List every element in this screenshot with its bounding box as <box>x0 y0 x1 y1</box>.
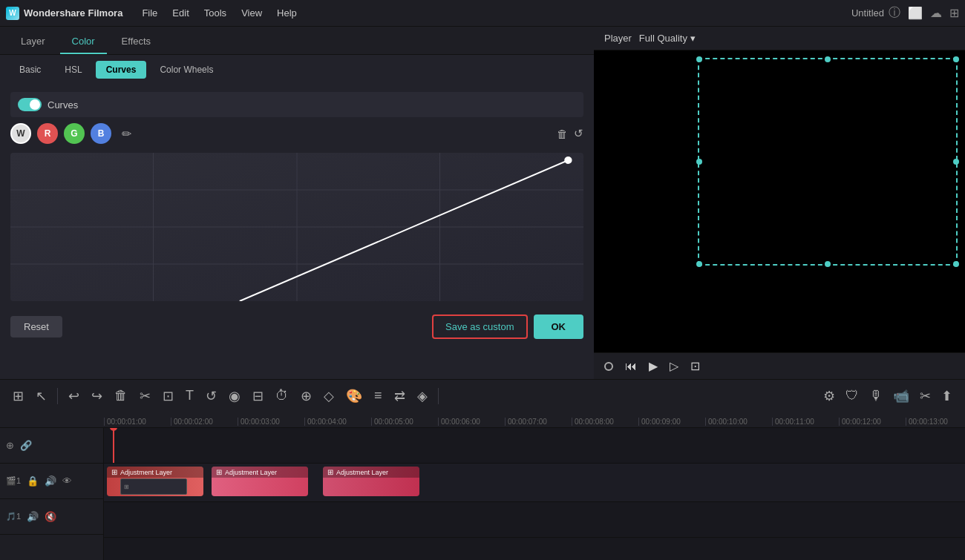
delete-curve-btn[interactable]: 🗑 <box>557 127 568 140</box>
right-panel: Player Full Quality ▾ ⏮ ▶ ▷ <box>594 27 965 379</box>
cloud-icon[interactable]: ☁ <box>930 6 942 20</box>
curves-graph[interactable] <box>10 153 583 301</box>
handle-br[interactable] <box>953 261 959 267</box>
tab-effects[interactable]: Effects <box>110 30 163 54</box>
player-label: Player <box>604 33 632 44</box>
curves-toggle[interactable] <box>18 98 42 111</box>
channel-green-btn[interactable]: G <box>64 123 85 144</box>
menu-edit[interactable]: Edit <box>165 0 196 27</box>
playhead[interactable] <box>113 428 114 463</box>
track-eye-icon[interactable]: 👁 <box>62 475 72 487</box>
shield-btn[interactable]: 🛡 <box>842 385 863 406</box>
tab-layer[interactable]: Layer <box>9 30 57 54</box>
handle-mr[interactable] <box>953 159 959 165</box>
handle-tl[interactable] <box>696 56 702 62</box>
color-btn[interactable]: 🎨 <box>342 385 366 407</box>
add-track-icon[interactable]: ⊕ <box>6 440 14 451</box>
link-icon[interactable]: 🔗 <box>20 440 32 451</box>
export-btn[interactable]: ⬆ <box>938 385 956 407</box>
crop-btn[interactable]: ⊡ <box>159 385 177 407</box>
track-volume-icon[interactable]: 🔊 <box>45 475 56 487</box>
channel-buttons: W R G B ✏ 🗑 ↺ <box>10 123 583 144</box>
ruler-mark-8: 00:00:09:00 <box>638 418 705 426</box>
menu-help[interactable]: Help <box>269 0 304 27</box>
ruler-mark-11: 00:00:12:00 <box>839 418 906 426</box>
menu-bar-right: Untitled ⓘ ⬜ ☁ ⊞ <box>851 5 959 21</box>
menu-file[interactable]: File <box>134 0 165 27</box>
ruler-mark-12: 00:00:13:00 <box>906 418 965 426</box>
timer-btn[interactable]: ⏱ <box>272 385 292 406</box>
reset-curve-btn[interactable]: ↺ <box>574 127 583 140</box>
handle-bl[interactable] <box>696 261 702 267</box>
fullscreen-btn[interactable]: ⊡ <box>690 359 700 373</box>
delete-btn[interactable]: 🗑 <box>111 385 131 406</box>
cut2-btn[interactable]: ✂ <box>916 385 935 407</box>
play-btn[interactable]: ▶ <box>649 359 658 373</box>
rotate-btn[interactable]: ↺ <box>202 385 220 407</box>
ruler-mark-9: 00:00:10:00 <box>705 418 772 426</box>
select-btn[interactable]: ↖ <box>32 385 50 407</box>
track-row-audio <box>104 502 965 538</box>
track-lock-icon[interactable]: 🔒 <box>27 475 39 487</box>
handle-tm[interactable] <box>825 56 831 62</box>
menu-view[interactable]: View <box>234 0 269 27</box>
step-back-btn[interactable]: ⏮ <box>625 360 637 373</box>
channel-white-btn[interactable]: W <box>10 123 31 144</box>
svg-point-7 <box>564 157 572 164</box>
play-alt-btn[interactable]: ▷ <box>670 359 678 373</box>
clip-3[interactable]: ⊞ Adjustment Layer <box>323 467 419 496</box>
channel-actions: 🗑 ↺ <box>557 127 583 140</box>
channel-red-btn[interactable]: R <box>37 123 58 144</box>
mic-btn[interactable]: 🎙 <box>866 385 886 406</box>
trim-btn[interactable]: ⊟ <box>249 385 267 407</box>
monitor-icon[interactable]: ⬜ <box>908 6 923 20</box>
ruler-mark-1: 00:00:02:00 <box>171 418 238 426</box>
text-btn[interactable]: T <box>182 385 197 406</box>
menu-tools[interactable]: Tools <box>197 0 234 27</box>
cam-btn[interactable]: 📹 <box>889 385 913 407</box>
handle-ml[interactable] <box>696 159 702 165</box>
scene-btn[interactable]: ⊞ <box>9 385 27 407</box>
clip-2[interactable]: ⊞ Adjustment Layer <box>212 467 308 496</box>
subtab-hsl[interactable]: HSL <box>54 61 92 79</box>
motion-btn[interactable]: ⇄ <box>390 385 409 407</box>
save-custom-button[interactable]: Save as custom <box>432 314 528 339</box>
undo-btn[interactable]: ↩ <box>65 385 83 407</box>
quality-select[interactable]: Full Quality ▾ <box>639 33 696 44</box>
reset-button[interactable]: Reset <box>10 316 62 337</box>
selection-rect[interactable] <box>698 58 958 266</box>
ruler-mark-5: 00:00:06:00 <box>438 418 505 426</box>
track-a1-label: 🎵1 <box>6 512 21 521</box>
mask-btn[interactable]: ◇ <box>320 385 338 407</box>
settings-btn[interactable]: ⚙ <box>820 385 839 407</box>
title-area: Untitled ⓘ <box>851 5 900 21</box>
subtab-curves[interactable]: Curves <box>96 61 147 79</box>
ruler-mark-7: 00:00:08:00 <box>572 418 638 426</box>
audio-btn[interactable]: ≡ <box>370 385 386 406</box>
effect-btn[interactable]: ◉ <box>225 385 244 407</box>
svg-line-6 <box>240 160 569 301</box>
curves-label: Curves <box>48 99 78 111</box>
clip-1[interactable]: ⊞ Adjustment Layer ⊞ <box>107 467 203 496</box>
curves-section-header: Curves <box>10 92 583 117</box>
toolbar-right: ⚙ 🛡 🎙 📹 ✂ ⬆ <box>820 385 956 407</box>
info-icon[interactable]: ⓘ <box>889 5 900 21</box>
quality-label: Full Quality <box>639 33 687 44</box>
subtab-basic[interactable]: Basic <box>9 61 51 79</box>
subtab-color-wheels[interactable]: Color Wheels <box>149 61 223 79</box>
eyedropper-btn[interactable]: ✏ <box>117 125 136 142</box>
channel-blue-btn[interactable]: B <box>91 123 111 144</box>
ok-button[interactable]: OK <box>534 314 584 339</box>
grid-icon[interactable]: ⊞ <box>949 6 959 20</box>
redo-btn[interactable]: ↪ <box>88 385 106 407</box>
tab-color[interactable]: Color <box>60 30 107 54</box>
handle-bm[interactable] <box>825 261 831 267</box>
chevron-down-icon: ▾ <box>690 33 696 44</box>
track-a1-volume-icon[interactable]: 🔊 <box>27 511 39 522</box>
cut-btn[interactable]: ✂ <box>136 385 154 407</box>
layer-btn[interactable]: ◈ <box>413 385 431 407</box>
handle-tr[interactable] <box>953 56 959 62</box>
zoom-btn[interactable]: ⊕ <box>297 385 315 407</box>
track-a1-mute-icon[interactable]: 🔇 <box>45 511 56 522</box>
clip-1-header: ⊞ Adjustment Layer <box>107 467 203 478</box>
